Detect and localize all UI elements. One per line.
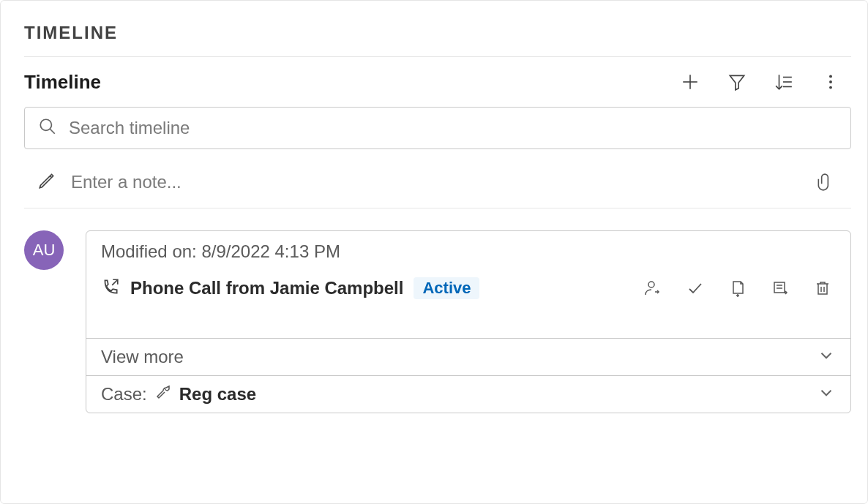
assign-button[interactable] [640, 275, 666, 301]
timeline-panel: TIMELINE Timeline [0, 0, 868, 504]
modified-value: 8/9/2022 4:13 PM [201, 241, 340, 261]
case-value: Reg case [179, 384, 256, 405]
activity-card: Modified on: 8/9/2022 4:13 PM Phone Call… [86, 230, 851, 413]
view-more-label: View more [101, 347, 184, 367]
queue-add-icon [729, 279, 747, 297]
svg-point-7 [829, 80, 832, 83]
search-icon [38, 117, 57, 139]
sort-button[interactable] [771, 69, 797, 95]
chevron-down-icon [817, 383, 836, 405]
header-row: Timeline [24, 69, 851, 95]
avatar: AU [24, 230, 64, 270]
svg-line-10 [50, 129, 55, 134]
activity-actions [640, 275, 836, 301]
chevron-down-icon [817, 346, 836, 368]
note-input[interactable] [70, 171, 798, 193]
check-icon [686, 279, 704, 297]
header-actions [677, 69, 851, 95]
more-button[interactable] [818, 69, 844, 95]
case-label: Case: [101, 384, 147, 405]
funnel-icon [727, 72, 747, 91]
more-vertical-icon [821, 72, 840, 91]
svg-rect-16 [774, 282, 785, 293]
section-title: TIMELINE [24, 10, 851, 57]
add-button[interactable] [677, 69, 703, 95]
note-row [24, 157, 851, 208]
activity-line: Phone Call from Jamie Campbell Active [101, 275, 836, 301]
open-record-button[interactable] [767, 275, 793, 301]
attach-button[interactable] [812, 169, 838, 195]
sort-icon [774, 72, 793, 91]
filter-button[interactable] [724, 69, 750, 95]
svg-point-9 [40, 119, 51, 130]
add-to-queue-button[interactable] [725, 275, 751, 301]
status-badge: Active [414, 277, 479, 299]
timeline-entry: AU Modified on: 8/9/2022 4:13 PM Phone C… [24, 230, 851, 413]
trash-icon [814, 279, 831, 297]
paperclip-icon [815, 173, 834, 192]
search-input[interactable] [67, 117, 837, 139]
phone-out-icon [101, 277, 120, 299]
svg-point-6 [829, 75, 832, 78]
delete-button[interactable] [809, 275, 836, 301]
svg-line-11 [50, 176, 51, 178]
modified-label: Modified on: [101, 241, 201, 261]
modified-on: Modified on: 8/9/2022 4:13 PM [101, 241, 836, 262]
card-main: Modified on: 8/9/2022 4:13 PM Phone Call… [86, 231, 850, 338]
assign-icon [644, 279, 662, 297]
case-row[interactable]: Case: Reg case [86, 375, 850, 413]
svg-point-8 [829, 86, 832, 89]
plus-icon [681, 72, 700, 91]
header-title: Timeline [24, 71, 101, 94]
activity-title[interactable]: Phone Call from Jamie Campbell [130, 278, 403, 298]
view-more-row[interactable]: View more [86, 338, 850, 375]
open-record-icon [771, 279, 789, 297]
svg-point-13 [648, 282, 654, 287]
wrench-icon [154, 383, 172, 405]
pencil-icon [37, 171, 56, 193]
svg-line-12 [112, 279, 118, 285]
case-label-wrap: Case: Reg case [101, 383, 256, 405]
search-box[interactable] [24, 107, 851, 149]
complete-button[interactable] [682, 275, 708, 301]
